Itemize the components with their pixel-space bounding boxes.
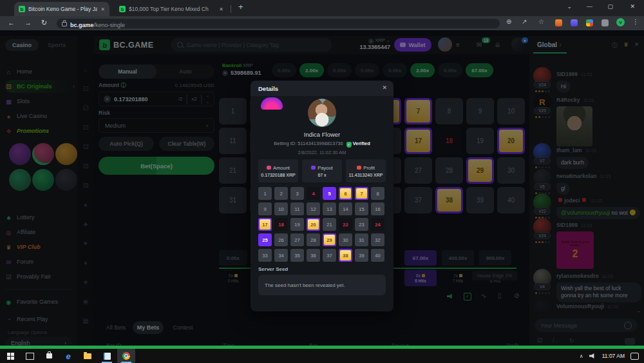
stat-card-profit: Profit11.4313240 XRP — [346, 159, 386, 182]
keno-cell-3: 3 — [290, 187, 304, 200]
hat-icon — [357, 166, 361, 170]
keno-cell-27: 27 — [290, 233, 304, 246]
betting-id-row: Betting ID: 51143413998813736✓Verified — [251, 141, 393, 148]
keno-cell-22: 22 — [339, 218, 352, 231]
keno-cell-4: 4 — [307, 187, 320, 200]
keno-cell-20: 20 — [307, 218, 320, 231]
tab-title: $10,000 Top Tier Keno Mixed Ch — [129, 6, 216, 12]
keno-cell-8: 8 — [371, 187, 384, 200]
player-avatar[interactable] — [308, 99, 336, 127]
keno-cell-15: 15 — [355, 202, 368, 215]
tab-close-icon[interactable]: ✕ — [219, 6, 223, 12]
notes-app-icon[interactable] — [98, 349, 116, 363]
keno-cell-18: 18 — [274, 218, 288, 231]
menu-dots-icon[interactable]: ⋮ — [632, 18, 639, 25]
stat-card-label: Payout — [311, 165, 332, 171]
keno-cell-number: 17 — [260, 219, 270, 230]
webpage: b BC.GAME Game name | Provider | Categor… — [0, 30, 644, 349]
url-host: bc.game — [70, 22, 94, 28]
extension-icon[interactable] — [571, 19, 578, 26]
bookmark-star-icon[interactable]: ☆ — [538, 18, 544, 25]
extension-icon[interactable] — [555, 19, 562, 26]
bcgame-favicon: b — [119, 6, 126, 12]
modal-body: Indica Flower Betting ID: 51143413998813… — [251, 96, 393, 311]
modal-title: Details — [258, 85, 278, 92]
new-tab-button[interactable]: + — [238, 2, 243, 12]
volume-icon[interactable] — [589, 353, 596, 359]
bet-stat-cards: Amount0.17320188 XRPPayout67 xProfit11.4… — [258, 159, 386, 182]
minimize-button[interactable]: — — [587, 3, 592, 10]
store-icon[interactable] — [40, 349, 58, 363]
browser-tabstrip: b Bitcoin Keno Game - Play Jacks o ✕ b $… — [0, 0, 644, 16]
keno-cell-21: 21 — [323, 218, 336, 231]
url-path: /keno-single — [94, 22, 126, 28]
keno-cell-32: 32 — [371, 233, 384, 246]
browser-tab-2[interactable]: b $10,000 Top Tier Keno Mixed Ch ✕ — [115, 2, 228, 16]
apps-grid-icon[interactable] — [586, 19, 593, 26]
stat-card-amount: Amount0.17320188 XRP — [258, 159, 298, 182]
bcgame-favicon: b — [19, 6, 25, 12]
keno-cell-12: 12 — [307, 202, 320, 215]
clock[interactable]: 11:07 AM — [602, 353, 625, 359]
browser-tab-1[interactable]: b Bitcoin Keno Game - Play Jacks o ✕ — [14, 2, 109, 16]
keno-cell-33: 33 — [258, 249, 272, 262]
keno-cell-40: 40 — [371, 249, 384, 262]
tab-divider — [231, 5, 231, 13]
modal-keno-grid: 1234567891011121314151617181920212223242… — [258, 187, 384, 262]
profile-avatar[interactable]: v — [616, 18, 625, 26]
keno-cell-30: 30 — [339, 233, 352, 246]
verified-label: Verified — [353, 141, 370, 146]
keno-cell-38: 38 — [339, 249, 352, 262]
keno-cell-23: 23 — [355, 218, 368, 231]
modal-close-icon[interactable]: ✕ — [382, 84, 387, 91]
keno-cell-number: 38 — [340, 250, 351, 260]
wallet-icon — [311, 166, 316, 170]
keno-cell-34: 34 — [274, 249, 288, 262]
keno-cell-number: 20 — [308, 219, 319, 230]
keno-cell-13: 13 — [323, 202, 336, 215]
partial-sticker — [261, 97, 283, 110]
tray-chevron-icon[interactable]: ∧ — [580, 353, 583, 359]
keno-cell-11: 11 — [290, 202, 304, 215]
refresh-icon[interactable]: ↻ — [41, 19, 47, 27]
close-button[interactable]: ✕ — [630, 3, 635, 10]
keno-cell-6: 6 — [339, 187, 352, 200]
stat-card-payout: Payout67 x — [302, 159, 342, 182]
keno-cell-24: 24 — [371, 218, 384, 231]
keno-cell-26: 26 — [274, 233, 288, 246]
keno-cell-5: 5 — [323, 187, 336, 200]
player-name: Indica Flower — [251, 131, 393, 138]
server-seed-label: Server Seed — [258, 266, 288, 272]
back-icon[interactable]: ← — [8, 19, 15, 26]
coins-icon — [267, 166, 271, 170]
bet-date: 2/8/2022, 11:02:30 AM — [251, 150, 393, 155]
keno-cell-9: 9 — [258, 202, 272, 215]
tab-close-icon[interactable]: ✕ — [100, 6, 105, 12]
extensions-puzzle-icon[interactable] — [601, 19, 609, 26]
keno-cell-28: 28 — [307, 233, 320, 246]
address-bar[interactable]: bc.game/keno-single — [57, 19, 500, 28]
forward-icon[interactable]: → — [24, 19, 32, 26]
zoom-icon[interactable]: ⊕ — [506, 18, 511, 25]
tab-search-icon[interactable]: ⌄ — [567, 3, 572, 10]
keno-cell-number: 29 — [324, 235, 335, 245]
keno-cell-14: 14 — [339, 202, 352, 215]
tab-title: Bitcoin Keno Game - Play Jacks o — [28, 6, 97, 12]
screen: b Bitcoin Keno Game - Play Jacks o ✕ b $… — [0, 0, 644, 363]
task-view-icon[interactable] — [21, 349, 39, 363]
stat-card-label: Profit — [357, 165, 375, 171]
file-explorer-icon[interactable] — [79, 349, 97, 363]
chrome-icon[interactable] — [117, 349, 135, 363]
keno-cell-17: 17 — [258, 218, 272, 231]
keno-cell-number: 6 — [340, 188, 351, 199]
start-button[interactable] — [1, 349, 19, 363]
edge-icon[interactable]: e — [59, 349, 77, 363]
verified-shield-icon: ✓ — [346, 142, 352, 148]
share-icon[interactable]: ↗ — [522, 18, 527, 25]
stat-card-value: 11.4313240 XRP — [349, 173, 383, 177]
keno-cell-16: 16 — [371, 202, 384, 215]
action-center-icon[interactable] — [630, 353, 639, 360]
keno-cell-19: 19 — [290, 218, 304, 231]
maximize-button[interactable]: ▢ — [607, 3, 613, 10]
keno-cell-1: 1 — [258, 187, 272, 200]
